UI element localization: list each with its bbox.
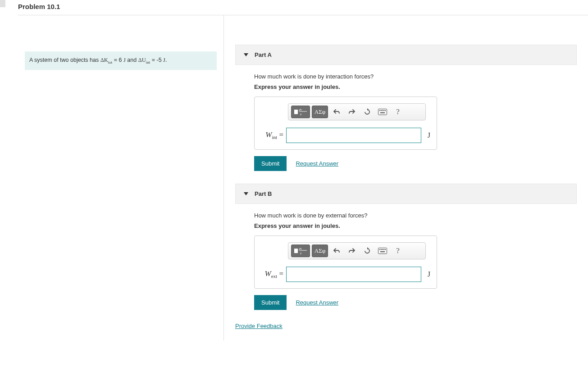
part-b-header[interactable]: Part B [235, 184, 577, 204]
svg-rect-18 [385, 249, 386, 250]
greek-button[interactable]: ΑΣφ [312, 245, 328, 257]
part-b-answer-box: xy ΑΣφ [254, 236, 437, 289]
reset-button[interactable] [360, 245, 374, 257]
problem-title: Problem 10.1 [18, 0, 588, 15]
prompt-mid: and [126, 57, 138, 63]
part-a-instruction: Express your answer in joules. [254, 83, 577, 90]
part-a-body: How much work is done by interaction for… [235, 73, 577, 171]
problem-statement: A system of two objects has ΔKtot = 6 J … [25, 51, 217, 70]
svg-rect-5 [381, 110, 382, 111]
part-a-answer-box: xy ΑΣφ [254, 97, 437, 150]
undo-button[interactable] [330, 106, 343, 118]
part-b-unit: J [428, 270, 430, 278]
du-eq: = -5 [150, 57, 163, 63]
part-b-request-answer-link[interactable]: Request Answer [296, 299, 338, 306]
help-button[interactable]: ? [391, 106, 405, 118]
dk-eq: = 6 [112, 57, 123, 63]
chevron-down-icon [244, 192, 248, 195]
part-b-submit-button[interactable]: Submit [254, 295, 287, 310]
problem-statement-column: A system of two objects has ΔKtot = 6 J … [18, 15, 224, 341]
svg-rect-9 [380, 112, 385, 113]
edge-stripe [0, 0, 5, 7]
svg-rect-4 [379, 110, 380, 111]
chevron-down-icon [244, 53, 248, 56]
svg-rect-14 [379, 249, 380, 250]
part-a-variable: Wint = [261, 130, 283, 140]
answer-column: Part A How much work is done by interact… [224, 15, 588, 341]
equation-toolbar: xy ΑΣφ [288, 103, 426, 120]
keyboard-button[interactable] [376, 106, 389, 118]
svg-rect-8 [385, 110, 386, 111]
svg-rect-17 [383, 249, 384, 250]
part-a-unit: J [428, 131, 430, 139]
part-b-label: Part B [255, 190, 272, 197]
delta-u-symbol: ΔUint [138, 57, 150, 63]
part-b-variable: Wext = [261, 269, 283, 279]
svg-text:y: y [300, 251, 302, 255]
templates-button[interactable]: xy [291, 106, 310, 118]
svg-rect-7 [383, 110, 384, 111]
svg-text:x: x [300, 247, 302, 250]
prompt-prefix: A system of two objects has [29, 57, 100, 63]
part-b-input[interactable] [286, 267, 421, 282]
svg-rect-13 [378, 248, 387, 254]
svg-text:y: y [300, 112, 302, 116]
part-b-body: How much work is done by external forces… [235, 212, 577, 310]
equation-toolbar: xy ΑΣφ [288, 242, 426, 259]
svg-rect-10 [294, 249, 298, 253]
part-a-request-answer-link[interactable]: Request Answer [296, 160, 338, 167]
keyboard-button[interactable] [376, 245, 389, 257]
part-a-input[interactable] [286, 128, 421, 143]
svg-rect-3 [378, 109, 387, 115]
help-button[interactable]: ? [391, 245, 405, 257]
part-a-label: Part A [255, 51, 272, 58]
svg-rect-0 [294, 110, 298, 114]
svg-rect-15 [381, 249, 382, 250]
svg-rect-16 [382, 249, 383, 250]
part-a-header[interactable]: Part A [235, 45, 577, 65]
prompt-suffix: . [165, 57, 167, 63]
part-b-question: How much work is done by external forces… [254, 212, 577, 219]
part-a-question: How much work is done by interaction for… [254, 73, 577, 80]
part-b-instruction: Express your answer in joules. [254, 222, 577, 229]
greek-button[interactable]: ΑΣφ [312, 106, 328, 118]
svg-rect-19 [380, 251, 385, 252]
delta-k-symbol: ΔKtot [100, 57, 113, 63]
svg-rect-6 [382, 110, 383, 111]
redo-button[interactable] [345, 245, 359, 257]
redo-button[interactable] [345, 106, 359, 118]
templates-button[interactable]: xy [291, 245, 310, 257]
provide-feedback-link[interactable]: Provide Feedback [235, 323, 283, 329]
undo-button[interactable] [330, 245, 343, 257]
svg-text:x: x [300, 108, 302, 111]
reset-button[interactable] [360, 106, 374, 118]
part-a-submit-button[interactable]: Submit [254, 156, 287, 171]
